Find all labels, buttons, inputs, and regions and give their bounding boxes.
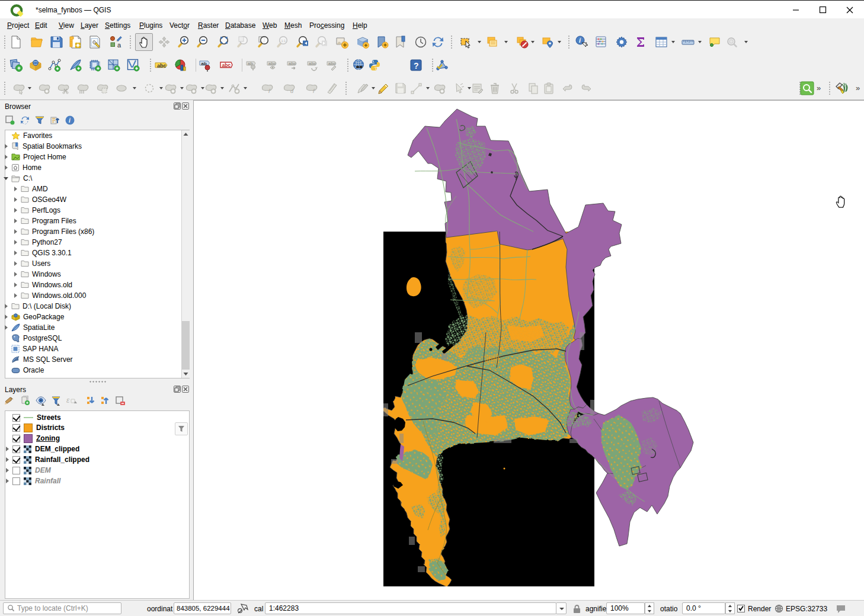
svg-text:abc: abc <box>157 63 167 69</box>
svg-text:ε: ε <box>66 396 70 405</box>
svg-text:abc: abc <box>222 62 231 68</box>
svg-text:abc: abc <box>289 61 296 66</box>
svg-text:abc: abc <box>309 61 316 66</box>
svg-text:1:1: 1:1 <box>281 39 286 43</box>
svg-text:a: a <box>117 41 121 49</box>
svg-text:abc: abc <box>268 61 276 66</box>
svg-text:ab: ab <box>201 61 207 66</box>
svg-text:?: ? <box>414 61 419 70</box>
svg-text:i: i <box>69 117 71 124</box>
svg-text:abc: abc <box>328 61 336 66</box>
